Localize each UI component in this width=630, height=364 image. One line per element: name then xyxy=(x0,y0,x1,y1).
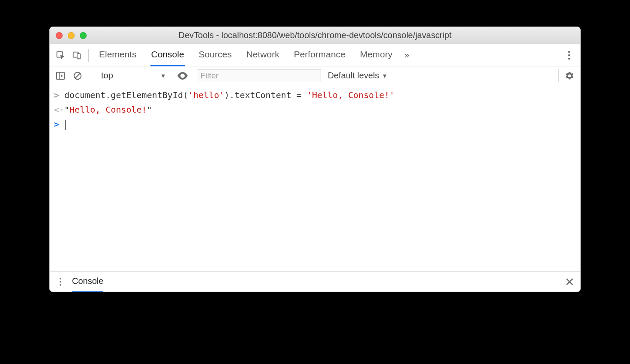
svg-point-11 xyxy=(60,277,61,279)
log-levels-label: Default levels xyxy=(328,71,379,81)
titlebar: DevTools - localhost:8080/web/tools/chro… xyxy=(50,27,580,44)
execution-context-select[interactable]: top ▼ xyxy=(97,69,170,83)
output-marker-icon: <· xyxy=(54,102,64,117)
inspect-element-icon[interactable] xyxy=(52,47,69,63)
console-message: "Hello, Console!" xyxy=(64,102,152,117)
main-toolbar: Elements Console Sources Network Perform… xyxy=(50,44,580,66)
tab-console[interactable]: Console xyxy=(150,44,185,66)
chevron-down-icon: ▼ xyxy=(382,72,388,79)
tab-network[interactable]: Network xyxy=(246,44,280,66)
tab-elements[interactable]: Elements xyxy=(98,44,138,66)
svg-point-12 xyxy=(60,281,61,283)
tab-sources[interactable]: Sources xyxy=(198,44,233,66)
chevron-down-icon: ▼ xyxy=(160,72,166,79)
text-caret xyxy=(65,120,66,130)
tab-memory[interactable]: Memory xyxy=(359,44,393,66)
svg-point-3 xyxy=(568,51,570,52)
drawer-tab-console[interactable]: Console xyxy=(72,272,103,292)
execution-context-label: top xyxy=(101,71,113,81)
svg-rect-6 xyxy=(57,72,64,79)
console-toolbar: top ▼ Default levels ▼ xyxy=(50,66,580,85)
svg-line-9 xyxy=(75,73,80,78)
minimize-window-button[interactable] xyxy=(68,32,75,39)
window-title: DevTools - localhost:8080/web/tools/chro… xyxy=(50,30,580,40)
toolbar-divider xyxy=(88,49,89,62)
settings-kebab-icon[interactable] xyxy=(561,47,578,64)
toolbar-divider xyxy=(558,69,559,82)
traffic-lights xyxy=(56,32,87,39)
svg-point-5 xyxy=(568,57,570,59)
tab-performance[interactable]: Performance xyxy=(293,44,346,66)
drawer-menu-icon[interactable] xyxy=(53,274,68,289)
console-body[interactable]: >document.getElementById('hello').textCo… xyxy=(50,85,580,271)
console-input-row: >document.getElementById('hello').textCo… xyxy=(50,88,580,102)
devtools-window: DevTools - localhost:8080/web/tools/chro… xyxy=(49,27,581,292)
console-output-row: <·"Hello, Console!" xyxy=(50,102,580,117)
toolbar-divider xyxy=(91,69,91,82)
svg-rect-2 xyxy=(77,54,80,59)
filter-input[interactable] xyxy=(197,69,321,82)
clear-console-icon[interactable] xyxy=(70,69,85,83)
console-settings-icon[interactable] xyxy=(562,71,577,81)
live-expression-icon[interactable] xyxy=(175,69,190,83)
panel-tabs: Elements Console Sources Network Perform… xyxy=(98,44,393,66)
toggle-sidebar-icon[interactable] xyxy=(53,69,68,83)
console-prompt-input[interactable] xyxy=(64,117,66,131)
svg-point-13 xyxy=(60,284,61,286)
close-drawer-icon[interactable] xyxy=(562,274,577,289)
log-levels-select[interactable]: Default levels ▼ xyxy=(328,71,388,81)
svg-point-10 xyxy=(181,75,184,77)
zoom-window-button[interactable] xyxy=(80,32,87,39)
toolbar-divider xyxy=(557,49,557,62)
drawer: Console xyxy=(50,271,580,292)
console-message: document.getElementById('hello').textCon… xyxy=(64,88,395,102)
console-prompt-row[interactable]: > xyxy=(50,117,580,131)
close-window-button[interactable] xyxy=(56,32,63,39)
input-marker-icon: > xyxy=(54,88,64,102)
more-tabs-icon[interactable]: » xyxy=(405,50,409,60)
svg-point-4 xyxy=(568,54,570,56)
prompt-marker-icon: > xyxy=(54,117,64,131)
device-toolbar-icon[interactable] xyxy=(69,47,85,63)
